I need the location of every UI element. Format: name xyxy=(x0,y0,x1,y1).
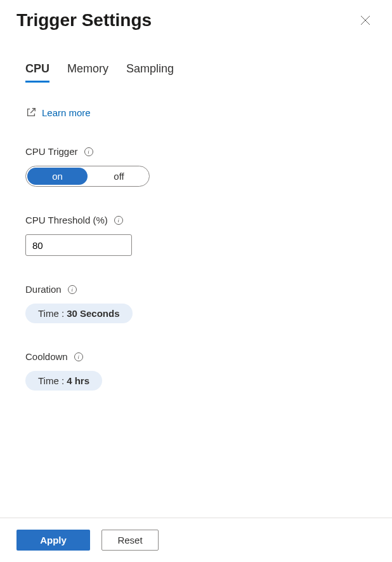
reset-button[interactable]: Reset xyxy=(101,530,159,551)
cooldown-prefix: Time : xyxy=(38,375,64,386)
close-icon xyxy=(360,15,370,25)
apply-button[interactable]: Apply xyxy=(16,530,90,551)
info-icon[interactable]: i xyxy=(68,285,77,294)
toggle-off[interactable]: off xyxy=(89,166,149,186)
tabs: CPU Memory Sampling xyxy=(0,62,392,83)
cpu-trigger-toggle[interactable]: on off xyxy=(25,166,150,187)
external-link-icon xyxy=(25,107,37,118)
cooldown-value: 4 hrs xyxy=(67,375,89,386)
duration-value: 30 Seconds xyxy=(67,308,119,319)
cooldown-label: Cooldown xyxy=(25,351,68,362)
info-icon[interactable]: i xyxy=(114,216,123,225)
duration-prefix: Time : xyxy=(38,308,64,319)
duration-label: Duration xyxy=(25,284,62,295)
cpu-trigger-label: CPU Trigger xyxy=(25,146,78,157)
tab-memory[interactable]: Memory xyxy=(67,62,108,83)
learn-more-label: Learn more xyxy=(42,107,91,118)
footer: Apply Reset xyxy=(0,518,392,562)
duration-pill[interactable]: Time : 30 Seconds xyxy=(25,304,133,323)
toggle-on[interactable]: on xyxy=(27,168,88,185)
tab-sampling[interactable]: Sampling xyxy=(126,62,174,83)
cpu-threshold-input[interactable] xyxy=(25,234,132,256)
cpu-threshold-label: CPU Threshold (%) xyxy=(25,215,108,225)
tab-cpu[interactable]: CPU xyxy=(25,62,49,83)
cooldown-pill[interactable]: Time : 4 hrs xyxy=(25,371,102,391)
info-icon[interactable]: i xyxy=(74,352,83,361)
learn-more-link[interactable]: Learn more xyxy=(25,107,367,118)
info-icon[interactable]: i xyxy=(84,147,93,156)
close-button[interactable] xyxy=(355,10,376,30)
page-title: Trigger Settings xyxy=(16,10,152,30)
